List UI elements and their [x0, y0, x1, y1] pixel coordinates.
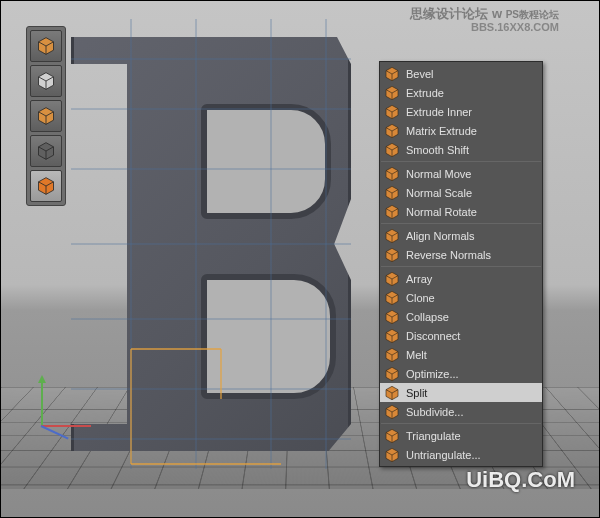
normal-scale-icon: [384, 185, 400, 201]
menu-item-normal-move[interactable]: Normal Move: [380, 164, 542, 183]
letter-b-counter-top: [201, 104, 331, 219]
menu-item-matrix-extrude[interactable]: Matrix Extrude: [380, 121, 542, 140]
axis-gizmo[interactable]: [31, 377, 91, 437]
menu-item-clone[interactable]: Clone: [380, 288, 542, 307]
clone-icon: [384, 290, 400, 306]
menu-item-label: Melt: [406, 349, 534, 361]
smooth-shift-icon: [384, 142, 400, 158]
mode-material-button[interactable]: [30, 65, 62, 97]
menu-item-bevel[interactable]: Bevel: [380, 64, 542, 83]
polygon-context-menu: BevelExtrudeExtrude InnerMatrix ExtrudeS…: [379, 61, 543, 467]
menu-item-label: Optimize...: [406, 368, 534, 380]
mode-object-icon: [36, 36, 56, 56]
disconnect-icon: [384, 328, 400, 344]
menu-item-normal-rotate[interactable]: Normal Rotate: [380, 202, 542, 221]
menu-item-label: Extrude: [406, 87, 534, 99]
axis-x: [41, 425, 91, 427]
menu-item-label: Split: [406, 387, 534, 399]
menu-item-label: Array: [406, 273, 534, 285]
letter-b-face: [71, 19, 351, 469]
menu-item-label: Align Normals: [406, 230, 534, 242]
array-icon: [384, 271, 400, 287]
menu-item-normal-scale[interactable]: Normal Scale: [380, 183, 542, 202]
menu-item-label: Untriangulate...: [406, 449, 534, 461]
menu-item-label: Collapse: [406, 311, 534, 323]
melt-icon: [384, 347, 400, 363]
mode-edge-icon: [36, 141, 56, 161]
menu-item-align-normals[interactable]: Align Normals: [380, 226, 542, 245]
menu-item-label: Clone: [406, 292, 534, 304]
menu-item-label: Normal Move: [406, 168, 534, 180]
menu-item-reverse-normals[interactable]: Reverse Normals: [380, 245, 542, 264]
menu-separator: [381, 161, 541, 162]
menu-separator: [381, 223, 541, 224]
menu-separator: [381, 266, 541, 267]
menu-item-label: Disconnect: [406, 330, 534, 342]
menu-item-label: Matrix Extrude: [406, 125, 534, 137]
mesh-object-letter-b[interactable]: [71, 19, 351, 469]
menu-item-label: Smooth Shift: [406, 144, 534, 156]
menu-item-label: Extrude Inner: [406, 106, 534, 118]
menu-item-collapse[interactable]: Collapse: [380, 307, 542, 326]
menu-item-extrude[interactable]: Extrude: [380, 83, 542, 102]
mode-polygon-button[interactable]: [30, 170, 62, 202]
menu-item-triangulate[interactable]: Triangulate: [380, 426, 542, 445]
reverse-normals-icon: [384, 247, 400, 263]
menu-item-array[interactable]: Array: [380, 269, 542, 288]
menu-item-label: Reverse Normals: [406, 249, 534, 261]
letter-b-counter-bottom: [201, 274, 336, 399]
subdivide-icon: [384, 404, 400, 420]
axis-y: [41, 377, 43, 427]
normal-move-icon: [384, 166, 400, 182]
mode-material-icon: [36, 71, 56, 91]
menu-item-subdivide[interactable]: Subdivide...: [380, 402, 542, 421]
mode-polygon-icon: [36, 176, 56, 196]
menu-item-label: Triangulate: [406, 430, 534, 442]
matrix-extrude-icon: [384, 123, 400, 139]
menu-item-extrude-inner[interactable]: Extrude Inner: [380, 102, 542, 121]
split-icon: [384, 385, 400, 401]
menu-item-split[interactable]: Split: [380, 383, 542, 402]
align-normals-icon: [384, 228, 400, 244]
untriangulate-icon: [384, 447, 400, 463]
extrude-icon: [384, 85, 400, 101]
mode-edge-button[interactable]: [30, 135, 62, 167]
normal-rotate-icon: [384, 204, 400, 220]
menu-item-melt[interactable]: Melt: [380, 345, 542, 364]
mode-vertex-button[interactable]: [30, 100, 62, 132]
menu-item-smooth-shift[interactable]: Smooth Shift: [380, 140, 542, 159]
menu-item-label: Bevel: [406, 68, 534, 80]
menu-item-disconnect[interactable]: Disconnect: [380, 326, 542, 345]
menu-separator: [381, 423, 541, 424]
mode-vertex-icon: [36, 106, 56, 126]
triangulate-icon: [384, 428, 400, 444]
menu-item-label: Normal Scale: [406, 187, 534, 199]
bevel-icon: [384, 66, 400, 82]
menu-item-label: Normal Rotate: [406, 206, 534, 218]
optimize-icon: [384, 366, 400, 382]
mode-toolbox: [26, 26, 66, 206]
extrude-inner-icon: [384, 104, 400, 120]
menu-item-optimize[interactable]: Optimize...: [380, 364, 542, 383]
menu-item-untriangulate[interactable]: Untriangulate...: [380, 445, 542, 464]
menu-item-label: Subdivide...: [406, 406, 534, 418]
collapse-icon: [384, 309, 400, 325]
mode-object-button[interactable]: [30, 30, 62, 62]
